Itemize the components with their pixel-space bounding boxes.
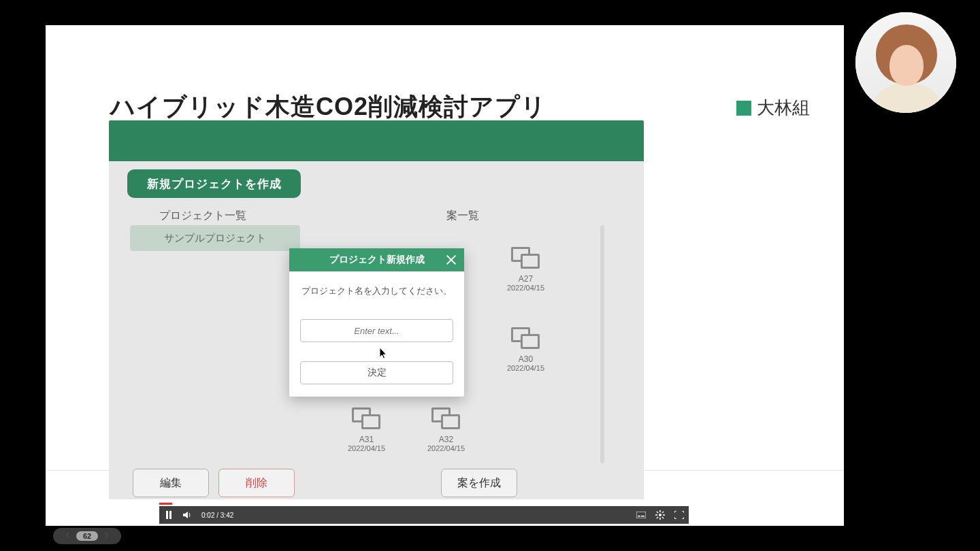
project-list-heading: プロジェクト一覧: [159, 209, 246, 223]
next-slide-button[interactable]: 〉: [105, 531, 112, 541]
case-list-scrollbar[interactable]: [600, 225, 604, 463]
copy-icon: [431, 407, 461, 429]
video-duration: 3:42: [220, 512, 233, 519]
modal-title-text: プロジェクト新規作成: [329, 254, 425, 266]
case-name: A30: [507, 354, 544, 364]
fullscreen-icon[interactable]: [671, 507, 687, 523]
case-date: 2022/04/15: [507, 284, 544, 292]
company-name: 大林組: [757, 96, 810, 120]
presenter-camera: [855, 12, 956, 113]
app-header: [109, 120, 644, 161]
delete-button[interactable]: 削除: [218, 469, 295, 497]
svg-rect-2: [636, 512, 646, 518]
svg-rect-4: [641, 516, 644, 517]
svg-line-13: [657, 517, 658, 518]
video-progress-bar[interactable]: [159, 503, 689, 505]
slide-title: ハイブリッド木造CO2削減検討アプリ: [110, 90, 546, 124]
prev-slide-button[interactable]: 〈: [63, 531, 69, 541]
svg-line-12: [662, 512, 664, 513]
company-logo: 大林組: [736, 96, 810, 120]
slide-content: ハイブリッド木造CO2削減検討アプリ 大林組 新規プロジェクトを作成 プロジェク…: [46, 78, 844, 471]
case-name: A31: [348, 435, 385, 444]
case-list-heading: 案一覧: [446, 209, 479, 223]
pause-icon[interactable]: [161, 507, 177, 523]
modal-title: プロジェクト新規作成: [289, 248, 464, 271]
settings-icon[interactable]: [652, 507, 668, 523]
new-project-button[interactable]: 新規プロジェクトを作成: [127, 169, 301, 198]
svg-point-5: [659, 514, 662, 516]
case-name: A27: [507, 274, 544, 284]
edit-button[interactable]: 編集: [133, 469, 209, 497]
case-date: 2022/04/15: [427, 444, 465, 452]
case-date: 2022/04/15: [348, 444, 385, 452]
svg-line-11: [662, 517, 664, 518]
copy-icon: [511, 247, 541, 269]
copy-icon: [511, 327, 541, 349]
create-case-button[interactable]: 案を作成: [441, 469, 517, 497]
sample-project-item[interactable]: サンプルプロジェクト: [130, 225, 300, 251]
confirm-button[interactable]: 決定: [300, 361, 453, 384]
case-date: 2022/04/15: [507, 364, 544, 372]
video-controls: 0:02 / 3:42: [159, 506, 689, 524]
svg-rect-1: [169, 511, 172, 519]
app-body: 新規プロジェクトを作成 プロジェクト一覧 案一覧 サンプルプロジェクト A27 …: [109, 161, 644, 499]
close-icon[interactable]: [444, 252, 459, 267]
case-item[interactable]: A27 2022/04/15: [507, 247, 544, 292]
case-item[interactable]: A30 2022/04/15: [507, 327, 544, 372]
app-preview: 新規プロジェクトを作成 プロジェクト一覧 案一覧 サンプルプロジェクト A27 …: [109, 120, 644, 499]
case-item[interactable]: A32 2022/04/15: [427, 407, 465, 452]
project-name-input[interactable]: [300, 319, 453, 342]
logo-square-icon: [736, 101, 751, 116]
captions-icon[interactable]: [633, 507, 649, 523]
slide-number: 62: [76, 531, 98, 541]
svg-rect-3: [638, 516, 640, 517]
stage: ハイブリッド木造CO2削減検討アプリ 大林組 新規プロジェクトを作成 プロジェク…: [0, 0, 980, 551]
video-current-time: 0:02: [201, 512, 214, 519]
slide-canvas: ハイブリッド木造CO2削減検討アプリ 大林組 新規プロジェクトを作成 プロジェク…: [46, 25, 844, 526]
modal-message: プロジェクト名を入力してください。: [300, 285, 453, 297]
case-name: A32: [427, 435, 465, 444]
copy-icon: [352, 407, 382, 429]
volume-icon[interactable]: [180, 507, 196, 523]
case-item[interactable]: A31 2022/04/15: [348, 407, 385, 452]
svg-line-10: [657, 512, 658, 513]
svg-rect-0: [166, 511, 168, 519]
slide-pager: 〈 62 〉: [53, 528, 121, 544]
new-project-modal: プロジェクト新規作成 プロジェクト名を入力してください。 決定: [289, 248, 464, 397]
video-time: 0:02 / 3:42: [201, 512, 233, 519]
